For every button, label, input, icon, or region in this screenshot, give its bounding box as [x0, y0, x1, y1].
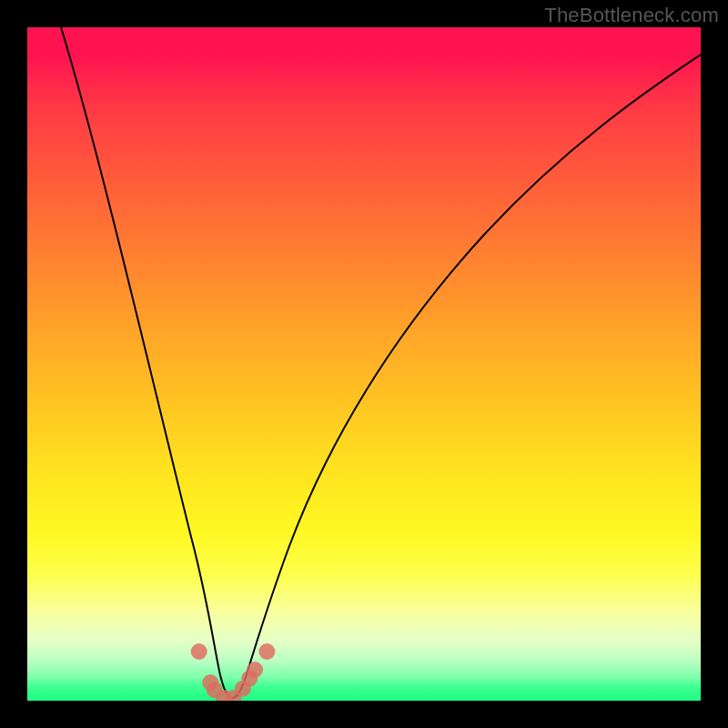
chart-frame: TheBottleneck.com	[0, 0, 728, 728]
data-dots	[191, 643, 276, 701]
curve-layer	[27, 27, 701, 701]
bottleneck-curve	[61, 27, 701, 698]
dot-right-3	[247, 662, 263, 678]
watermark-text: TheBottleneck.com	[544, 4, 719, 27]
dot-left-upper	[191, 643, 207, 660]
plot-area	[27, 27, 701, 701]
dot-right-upper	[258, 643, 275, 660]
